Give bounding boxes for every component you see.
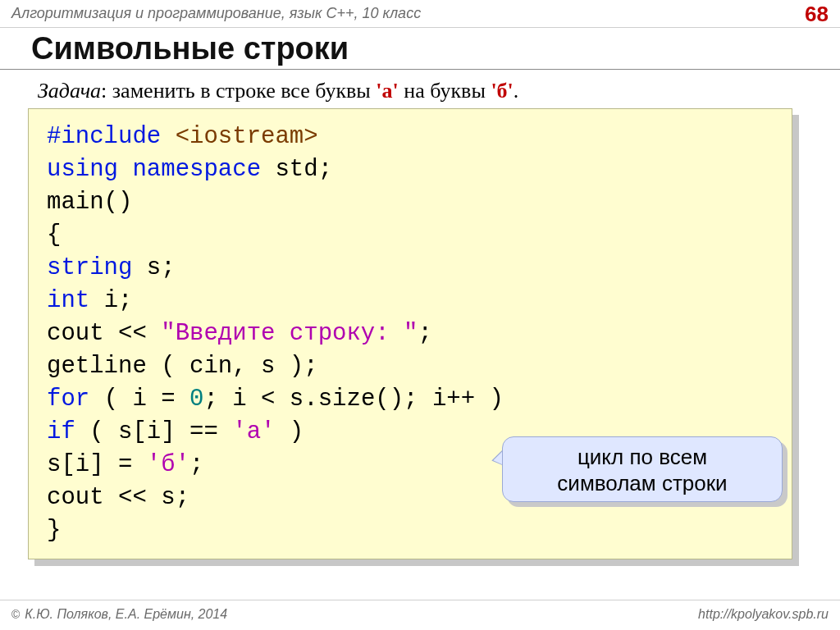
- task-hl-a: 'а': [376, 79, 398, 103]
- code-line: #include <iostream>: [47, 121, 774, 153]
- tok-namespace: namespace: [132, 156, 275, 183]
- callout-line2: символам строки: [557, 471, 727, 495]
- tok-semi2: ;: [189, 451, 203, 478]
- tok-strlit: "Введите строку: ": [161, 320, 418, 347]
- tok-string: string: [47, 254, 147, 281]
- tok-i: i;: [104, 287, 133, 314]
- code-line: string s;: [47, 252, 774, 285]
- code-line: }: [47, 514, 774, 547]
- tok-char-a: 'а': [232, 418, 275, 445]
- code-line: {: [47, 219, 774, 252]
- code-line: for ( i = 0; i < s.size(); i++ ): [47, 383, 774, 416]
- tok-for-head: ( i =: [104, 386, 189, 413]
- code-line: using namespace std;: [47, 153, 774, 186]
- callout-line1: цикл по всем: [578, 445, 707, 469]
- task-before: заменить в строке все буквы: [112, 79, 377, 103]
- tok-if: if: [47, 418, 89, 445]
- slide: Алгоритмизация и программирование, язык …: [0, 0, 840, 630]
- callout-bubble: цикл по всем символам строки: [502, 436, 783, 502]
- tok-using: using: [47, 156, 132, 183]
- slide-title: Символьные строки: [31, 31, 349, 66]
- tok-for-rest: ; i < s.size(); i++ ): [203, 386, 503, 413]
- header-bar: Алгоритмизация и программирование, язык …: [0, 0, 840, 25]
- page-number: 68: [805, 2, 829, 27]
- tok-if-close: ): [275, 418, 304, 445]
- task-hl-b: 'б': [491, 79, 513, 103]
- task-sep: :: [101, 79, 112, 103]
- tok-cout1: cout <<: [47, 320, 161, 347]
- task-label: Задача: [38, 79, 101, 103]
- task-line: Задача: заменить в строке все буквы 'а' …: [38, 79, 518, 103]
- tok-char-b: 'б': [147, 451, 189, 478]
- tok-int: int: [47, 287, 104, 314]
- code-line: cout << "Введите строку: ";: [47, 317, 774, 350]
- code-line: main(): [47, 186, 774, 219]
- divider-title: [0, 69, 840, 70]
- tok-assign: s[i] =: [47, 451, 147, 478]
- code-line: int i;: [47, 285, 774, 317]
- tok-s: s;: [147, 254, 176, 281]
- tok-include: #include: [47, 123, 176, 150]
- footer-authors: К.Ю. Поляков, Е.А. Ерёмин, 2014: [25, 607, 227, 622]
- task-mid: на буквы: [399, 79, 491, 103]
- tok-if-cond: ( s[i] ==: [89, 418, 232, 445]
- task-tail: .: [514, 79, 519, 103]
- tok-for: for: [47, 386, 104, 413]
- footer-url: http://kpolyakov.spb.ru: [698, 607, 829, 622]
- course-label: Алгоритмизация и программирование, язык …: [11, 5, 421, 21]
- tok-zero: 0: [189, 386, 203, 413]
- tok-iostream: <iostream>: [176, 123, 318, 150]
- copyright-icon: ©: [11, 608, 20, 621]
- tok-semi1: ;: [418, 320, 432, 347]
- divider-top: [0, 27, 840, 28]
- code-line: getline ( cin, s );: [47, 350, 774, 383]
- tok-std: std;: [275, 156, 332, 183]
- footer-bar: © К.Ю. Поляков, Е.А. Ерёмин, 2014 http:/…: [0, 600, 840, 630]
